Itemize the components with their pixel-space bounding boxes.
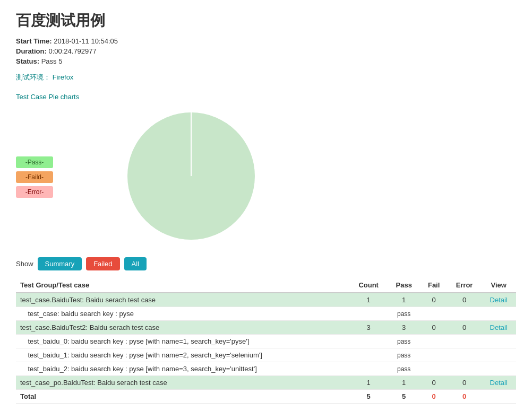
cell-fail (421, 335, 448, 348)
env-section: 测试环境： Firefox (16, 73, 516, 82)
col-header-fail: Fail (421, 278, 448, 293)
pie-chart (122, 107, 260, 247)
cell-count: 5 (350, 390, 388, 404)
cell-name: test_baidu_2: baidu search key : pyse [w… (16, 362, 350, 376)
legend-error: -Error- (16, 186, 53, 198)
col-header-view: View (481, 278, 516, 293)
env-label: 测试环境： (16, 73, 50, 81)
col-header-error: Error (448, 278, 482, 293)
cell-name: test_baidu_0: baidu search key : pyse [w… (16, 335, 350, 348)
cell-error: 0 (448, 376, 482, 390)
page-title: 百度测试用例 (16, 11, 516, 31)
table-row: test_baidu_1: baidu search key : pyse [w… (16, 348, 516, 362)
cell-fail: 0 (421, 293, 448, 307)
status-badge: pass (397, 352, 410, 359)
detail-link[interactable]: Detail (490, 296, 508, 304)
cell-count: 1 (350, 293, 388, 307)
start-time-value: 2018-01-11 10:54:05 (54, 37, 118, 45)
cell-name: Total (16, 390, 350, 404)
table-row: Total 5 5 0 0 (16, 390, 516, 404)
cell-view (481, 348, 516, 362)
show-label: Show (16, 260, 33, 268)
all-button[interactable]: All (124, 257, 147, 270)
cell-error (448, 335, 482, 348)
cell-view (481, 390, 516, 404)
meta-section: Start Time: 2018-01-11 10:54:05 Duration… (16, 37, 516, 65)
cell-view[interactable]: Detail (481, 321, 516, 335)
table-row: test_baidu_2: baidu search key : pyse [w… (16, 362, 516, 376)
cell-name: test_case.BaiduTest2: Baidu serach test … (16, 321, 350, 335)
table-row: test_baidu_0: baidu search key : pyse [w… (16, 335, 516, 348)
table-row: test_case: baidu search key : pyse pass (16, 307, 516, 321)
cell-fail: 0 (421, 390, 448, 404)
cell-pass: pass (388, 348, 421, 362)
duration-label: Duration: (16, 47, 47, 55)
cell-pass: pass (388, 307, 421, 321)
pie-section: Test Case Pie charts -Pass- -Faild- -Err… (16, 93, 516, 247)
table-header-row: Test Group/Test case Count Pass Fail Err… (16, 278, 516, 293)
cell-error: 0 (448, 321, 482, 335)
show-section: Show Summary Failed All (16, 257, 516, 270)
cell-name: test_baidu_1: baidu search key : pyse [w… (16, 348, 350, 362)
cell-view (481, 307, 516, 321)
col-header-name: Test Group/Test case (16, 278, 350, 293)
table-row: test_case.BaiduTest2: Baidu serach test … (16, 321, 516, 335)
status-badge: pass (397, 365, 410, 373)
col-header-count: Count (350, 278, 388, 293)
status-label: Status: (16, 57, 39, 65)
status-value: Pass 5 (41, 57, 63, 65)
legend-fail: -Faild- (16, 171, 53, 183)
summary-button[interactable]: Summary (38, 257, 82, 270)
failed-button[interactable]: Failed (86, 257, 119, 270)
cell-pass: pass (388, 335, 421, 348)
cell-view (481, 362, 516, 376)
cell-count (350, 362, 388, 376)
cell-count: 3 (350, 321, 388, 335)
cell-count (350, 307, 388, 321)
cell-view[interactable]: Detail (481, 376, 516, 390)
cell-pass: pass (388, 362, 421, 376)
start-time-label: Start Time: (16, 37, 52, 45)
env-value: Firefox (53, 73, 74, 81)
cell-view (481, 335, 516, 348)
cell-count (350, 335, 388, 348)
table-row: test_case.BaiduTest: Baidu serach test c… (16, 293, 516, 307)
cell-count: 1 (350, 376, 388, 390)
cell-name: test_case.BaiduTest: Baidu serach test c… (16, 293, 350, 307)
cell-fail: 0 (421, 321, 448, 335)
cell-error: 0 (448, 293, 482, 307)
legend: -Pass- -Faild- -Error- (16, 156, 53, 198)
cell-name: test_case_po.BaiduTest: Baidu serach tes… (16, 376, 350, 390)
cell-fail (421, 307, 448, 321)
duration-value: 0:00:24.792977 (48, 47, 96, 55)
cell-pass: 5 (388, 390, 421, 404)
pie-title: Test Case Pie charts (16, 93, 516, 101)
cell-pass: 1 (388, 376, 421, 390)
cell-count (350, 348, 388, 362)
pie-container: -Pass- -Faild- -Error- (16, 107, 516, 247)
status-badge: pass (397, 310, 410, 318)
table-row: test_case_po.BaiduTest: Baidu serach tes… (16, 376, 516, 390)
cell-error (448, 307, 482, 321)
status-badge: pass (397, 338, 410, 345)
cell-error: 0 (448, 390, 482, 404)
col-header-pass: Pass (388, 278, 421, 293)
cell-fail: 0 (421, 376, 448, 390)
cell-error (448, 362, 482, 376)
cell-pass: 3 (388, 321, 421, 335)
detail-link[interactable]: Detail (490, 379, 508, 387)
detail-link[interactable]: Detail (490, 323, 508, 331)
cell-error (448, 348, 482, 362)
cell-name: test_case: baidu search key : pyse (16, 307, 350, 321)
cell-view[interactable]: Detail (481, 293, 516, 307)
results-table: Test Group/Test case Count Pass Fail Err… (16, 278, 516, 404)
cell-fail (421, 348, 448, 362)
cell-fail (421, 362, 448, 376)
cell-pass: 1 (388, 293, 421, 307)
legend-pass: -Pass- (16, 156, 53, 168)
